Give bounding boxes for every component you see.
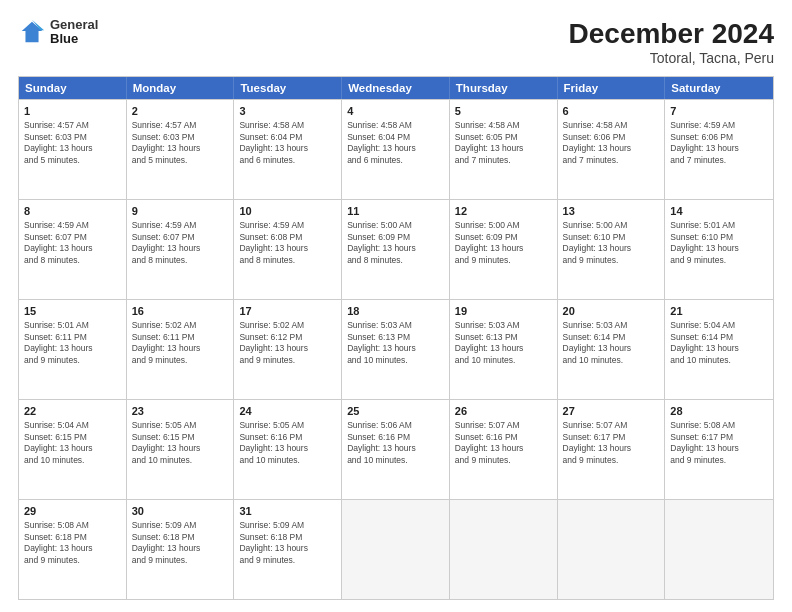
page: General Blue December 2024 Totoral, Tacn… xyxy=(0,0,792,612)
calendar-cell: 2Sunrise: 4:57 AM Sunset: 6:03 PM Daylig… xyxy=(127,100,235,199)
day-number: 3 xyxy=(239,104,336,119)
cell-details: Sunrise: 4:58 AM Sunset: 6:04 PM Dayligh… xyxy=(239,120,336,166)
calendar-cell: 4Sunrise: 4:58 AM Sunset: 6:04 PM Daylig… xyxy=(342,100,450,199)
logo: General Blue xyxy=(18,18,98,47)
calendar-cell xyxy=(665,500,773,599)
cell-details: Sunrise: 4:57 AM Sunset: 6:03 PM Dayligh… xyxy=(24,120,121,166)
day-number: 31 xyxy=(239,504,336,519)
cell-details: Sunrise: 4:57 AM Sunset: 6:03 PM Dayligh… xyxy=(132,120,229,166)
weekday-header: Friday xyxy=(558,77,666,99)
calendar-cell: 28Sunrise: 5:08 AM Sunset: 6:17 PM Dayli… xyxy=(665,400,773,499)
calendar-cell: 26Sunrise: 5:07 AM Sunset: 6:16 PM Dayli… xyxy=(450,400,558,499)
calendar-cell: 8Sunrise: 4:59 AM Sunset: 6:07 PM Daylig… xyxy=(19,200,127,299)
cell-details: Sunrise: 5:02 AM Sunset: 6:12 PM Dayligh… xyxy=(239,320,336,366)
cell-details: Sunrise: 5:07 AM Sunset: 6:16 PM Dayligh… xyxy=(455,420,552,466)
day-number: 23 xyxy=(132,404,229,419)
calendar-cell: 20Sunrise: 5:03 AM Sunset: 6:14 PM Dayli… xyxy=(558,300,666,399)
day-number: 5 xyxy=(455,104,552,119)
calendar-cell: 22Sunrise: 5:04 AM Sunset: 6:15 PM Dayli… xyxy=(19,400,127,499)
calendar-row: 8Sunrise: 4:59 AM Sunset: 6:07 PM Daylig… xyxy=(19,199,773,299)
cell-details: Sunrise: 5:05 AM Sunset: 6:15 PM Dayligh… xyxy=(132,420,229,466)
calendar-cell: 30Sunrise: 5:09 AM Sunset: 6:18 PM Dayli… xyxy=(127,500,235,599)
calendar-cell: 13Sunrise: 5:00 AM Sunset: 6:10 PM Dayli… xyxy=(558,200,666,299)
day-number: 13 xyxy=(563,204,660,219)
day-number: 10 xyxy=(239,204,336,219)
day-number: 24 xyxy=(239,404,336,419)
cell-details: Sunrise: 5:09 AM Sunset: 6:18 PM Dayligh… xyxy=(239,520,336,566)
cell-details: Sunrise: 5:08 AM Sunset: 6:17 PM Dayligh… xyxy=(670,420,768,466)
calendar-row: 29Sunrise: 5:08 AM Sunset: 6:18 PM Dayli… xyxy=(19,499,773,599)
weekday-header: Sunday xyxy=(19,77,127,99)
weekday-header: Saturday xyxy=(665,77,773,99)
day-number: 29 xyxy=(24,504,121,519)
day-number: 25 xyxy=(347,404,444,419)
calendar-cell: 7Sunrise: 4:59 AM Sunset: 6:06 PM Daylig… xyxy=(665,100,773,199)
cell-details: Sunrise: 5:07 AM Sunset: 6:17 PM Dayligh… xyxy=(563,420,660,466)
cell-details: Sunrise: 5:03 AM Sunset: 6:14 PM Dayligh… xyxy=(563,320,660,366)
day-number: 6 xyxy=(563,104,660,119)
calendar-cell: 1Sunrise: 4:57 AM Sunset: 6:03 PM Daylig… xyxy=(19,100,127,199)
day-number: 16 xyxy=(132,304,229,319)
day-number: 15 xyxy=(24,304,121,319)
logo-text: General Blue xyxy=(50,18,98,47)
calendar-cell: 31Sunrise: 5:09 AM Sunset: 6:18 PM Dayli… xyxy=(234,500,342,599)
calendar-cell: 6Sunrise: 4:58 AM Sunset: 6:06 PM Daylig… xyxy=(558,100,666,199)
cell-details: Sunrise: 4:58 AM Sunset: 6:06 PM Dayligh… xyxy=(563,120,660,166)
day-number: 26 xyxy=(455,404,552,419)
calendar-cell: 19Sunrise: 5:03 AM Sunset: 6:13 PM Dayli… xyxy=(450,300,558,399)
cell-details: Sunrise: 5:08 AM Sunset: 6:18 PM Dayligh… xyxy=(24,520,121,566)
calendar-row: 1Sunrise: 4:57 AM Sunset: 6:03 PM Daylig… xyxy=(19,99,773,199)
calendar-cell: 12Sunrise: 5:00 AM Sunset: 6:09 PM Dayli… xyxy=(450,200,558,299)
day-number: 8 xyxy=(24,204,121,219)
page-subtitle: Totoral, Tacna, Peru xyxy=(569,50,774,66)
cell-details: Sunrise: 5:04 AM Sunset: 6:14 PM Dayligh… xyxy=(670,320,768,366)
logo-icon xyxy=(18,18,46,46)
day-number: 17 xyxy=(239,304,336,319)
cell-details: Sunrise: 4:59 AM Sunset: 6:08 PM Dayligh… xyxy=(239,220,336,266)
cell-details: Sunrise: 5:05 AM Sunset: 6:16 PM Dayligh… xyxy=(239,420,336,466)
day-number: 21 xyxy=(670,304,768,319)
logo-line2: Blue xyxy=(50,32,98,46)
cell-details: Sunrise: 4:59 AM Sunset: 6:07 PM Dayligh… xyxy=(132,220,229,266)
cell-details: Sunrise: 5:06 AM Sunset: 6:16 PM Dayligh… xyxy=(347,420,444,466)
svg-marker-0 xyxy=(22,22,43,43)
calendar-cell xyxy=(342,500,450,599)
cell-details: Sunrise: 4:58 AM Sunset: 6:05 PM Dayligh… xyxy=(455,120,552,166)
cell-details: Sunrise: 5:01 AM Sunset: 6:10 PM Dayligh… xyxy=(670,220,768,266)
calendar-cell: 9Sunrise: 4:59 AM Sunset: 6:07 PM Daylig… xyxy=(127,200,235,299)
cell-details: Sunrise: 5:02 AM Sunset: 6:11 PM Dayligh… xyxy=(132,320,229,366)
calendar-cell: 14Sunrise: 5:01 AM Sunset: 6:10 PM Dayli… xyxy=(665,200,773,299)
calendar-cell: 15Sunrise: 5:01 AM Sunset: 6:11 PM Dayli… xyxy=(19,300,127,399)
calendar-cell: 5Sunrise: 4:58 AM Sunset: 6:05 PM Daylig… xyxy=(450,100,558,199)
day-number: 22 xyxy=(24,404,121,419)
calendar-cell xyxy=(558,500,666,599)
day-number: 19 xyxy=(455,304,552,319)
calendar-cell: 18Sunrise: 5:03 AM Sunset: 6:13 PM Dayli… xyxy=(342,300,450,399)
calendar-cell: 10Sunrise: 4:59 AM Sunset: 6:08 PM Dayli… xyxy=(234,200,342,299)
cell-details: Sunrise: 4:59 AM Sunset: 6:07 PM Dayligh… xyxy=(24,220,121,266)
calendar-cell: 16Sunrise: 5:02 AM Sunset: 6:11 PM Dayli… xyxy=(127,300,235,399)
page-title: December 2024 xyxy=(569,18,774,50)
calendar-cell: 3Sunrise: 4:58 AM Sunset: 6:04 PM Daylig… xyxy=(234,100,342,199)
calendar-cell: 25Sunrise: 5:06 AM Sunset: 6:16 PM Dayli… xyxy=(342,400,450,499)
day-number: 2 xyxy=(132,104,229,119)
day-number: 12 xyxy=(455,204,552,219)
day-number: 4 xyxy=(347,104,444,119)
cell-details: Sunrise: 5:03 AM Sunset: 6:13 PM Dayligh… xyxy=(347,320,444,366)
day-number: 30 xyxy=(132,504,229,519)
weekday-header: Monday xyxy=(127,77,235,99)
cell-details: Sunrise: 4:59 AM Sunset: 6:06 PM Dayligh… xyxy=(670,120,768,166)
calendar-cell: 21Sunrise: 5:04 AM Sunset: 6:14 PM Dayli… xyxy=(665,300,773,399)
calendar-row: 15Sunrise: 5:01 AM Sunset: 6:11 PM Dayli… xyxy=(19,299,773,399)
cell-details: Sunrise: 5:03 AM Sunset: 6:13 PM Dayligh… xyxy=(455,320,552,366)
logo-line1: General xyxy=(50,18,98,32)
cell-details: Sunrise: 5:00 AM Sunset: 6:10 PM Dayligh… xyxy=(563,220,660,266)
title-block: December 2024 Totoral, Tacna, Peru xyxy=(569,18,774,66)
calendar-cell: 11Sunrise: 5:00 AM Sunset: 6:09 PM Dayli… xyxy=(342,200,450,299)
calendar-cell: 29Sunrise: 5:08 AM Sunset: 6:18 PM Dayli… xyxy=(19,500,127,599)
calendar-cell xyxy=(450,500,558,599)
cell-details: Sunrise: 5:09 AM Sunset: 6:18 PM Dayligh… xyxy=(132,520,229,566)
day-number: 9 xyxy=(132,204,229,219)
day-number: 18 xyxy=(347,304,444,319)
calendar-header: SundayMondayTuesdayWednesdayThursdayFrid… xyxy=(19,77,773,99)
